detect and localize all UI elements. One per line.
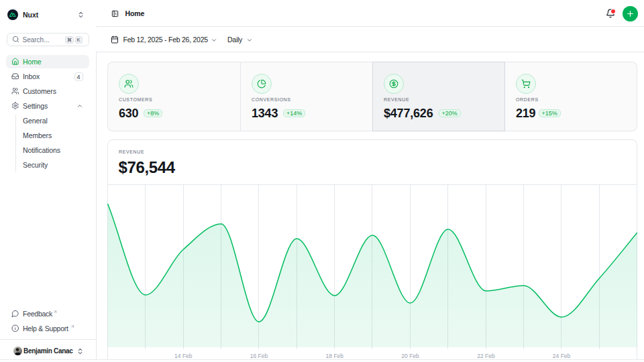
svg-text:14 Feb: 14 Feb — [174, 353, 193, 359]
svg-text:16 Feb: 16 Feb — [250, 353, 268, 359]
svg-text:22 Feb: 22 Feb — [477, 353, 495, 359]
svg-text:24 Feb: 24 Feb — [553, 353, 571, 359]
svg-text:18 Feb: 18 Feb — [326, 353, 344, 359]
svg-text:20 Feb: 20 Feb — [401, 353, 419, 359]
